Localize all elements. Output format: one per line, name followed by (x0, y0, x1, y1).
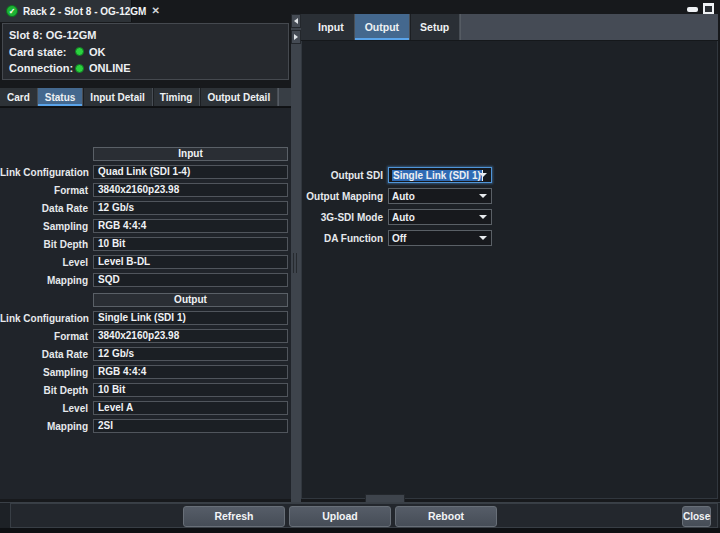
field-label: Data Rate (0, 203, 88, 214)
dropdown-value: Single Link (SDI 1) (392, 170, 483, 181)
card-tab-title: Rack 2 - Slot 8 - OG-12GM (23, 6, 146, 17)
tab-timing[interactable]: Timing (153, 88, 201, 106)
output-sdi-dropdown[interactable]: Single Link (SDI 1) (388, 167, 492, 183)
3g-sdi-mode-dropdown[interactable]: Auto (388, 209, 492, 225)
field-label: Sampling (0, 221, 88, 232)
refresh-button[interactable]: Refresh (183, 506, 285, 527)
field-value: 3840x2160p23.98 (93, 183, 288, 197)
card-state-label: Card state: (9, 46, 73, 58)
tab-card[interactable]: Card (0, 88, 38, 106)
field-value: Quad Link (SDI 1-4) (93, 165, 288, 179)
field-label: Output SDI (302, 170, 383, 181)
field-value: Single Link (SDI 1) (93, 311, 288, 325)
reboot-button[interactable]: Reboot (395, 506, 497, 527)
collapse-left-button[interactable] (291, 14, 301, 28)
card-info-panel: Slot 8: OG-12GM Card state: OK Connectio… (2, 23, 289, 80)
table-row: Format 3840x2160p23.98 (0, 329, 290, 343)
footer-bar: Refresh Upload Reboot Close (0, 502, 720, 528)
close-button[interactable]: Close (682, 506, 711, 527)
connection-online-icon (75, 64, 84, 73)
field-label: DA Function (302, 233, 383, 244)
maximize-icon[interactable] (703, 3, 714, 14)
slot-label: Slot 8: OG-12GM (9, 29, 96, 41)
field-label: Bit Depth (0, 385, 88, 396)
connection-value: ONLINE (89, 62, 131, 74)
field-label: 3G-SDI Mode (302, 212, 383, 223)
field-label: Bit Depth (0, 239, 88, 250)
dropdown-value: Auto (392, 191, 415, 202)
field-value: 2SI (93, 419, 288, 433)
field-value: 12 Gb/s (93, 347, 288, 361)
field-value: RGB 4:4:4 (93, 365, 288, 379)
field-value: Level B-DL (93, 255, 288, 269)
field-value: 12 Gb/s (93, 201, 288, 215)
field-value: 3840x2160p23.98 (93, 329, 288, 343)
tab-input[interactable]: Input (308, 14, 355, 40)
table-row: Data Rate 12 Gb/s (0, 201, 290, 215)
chevron-down-icon (479, 173, 487, 177)
table-row: Bit Depth 10 Bit (0, 237, 290, 251)
field-label: Link Configuration (0, 167, 88, 178)
status-panel: Input Link Configuration Quad Link (SDI … (0, 107, 291, 499)
dropdown-value: Auto (392, 212, 415, 223)
splitter-grip[interactable] (293, 253, 297, 273)
tabbar-filler (460, 14, 718, 40)
chevron-down-icon (479, 215, 487, 219)
card-tab[interactable]: ✓ Rack 2 - Slot 8 - OG-12GM ✕ (0, 0, 132, 22)
table-row: Sampling RGB 4:4:4 (0, 219, 290, 233)
field-label: Link Configuration (0, 313, 88, 324)
field-label: Output Mapping (302, 191, 383, 202)
field-label: Mapping (0, 275, 88, 286)
close-icon[interactable]: ✕ (151, 6, 159, 16)
output-section-header: Output (93, 293, 288, 307)
footer-grip[interactable] (365, 494, 405, 502)
table-row: Level Level B-DL (0, 255, 290, 269)
field-value: Level A (93, 401, 288, 415)
tab-output[interactable]: Output (355, 14, 410, 40)
table-row: Bit Depth 10 Bit (0, 383, 290, 397)
field-label: Format (0, 185, 88, 196)
table-row: Mapping 2SI (0, 419, 290, 433)
field-value: SQD (93, 273, 288, 287)
left-arrow-icon (294, 18, 298, 24)
upload-button[interactable]: Upload (289, 506, 391, 527)
tab-input-detail[interactable]: Input Detail (83, 88, 152, 106)
field-value: RGB 4:4:4 (93, 219, 288, 233)
tabbar-filler (278, 88, 291, 106)
table-row: Mapping SQD (0, 273, 290, 287)
left-tabbar: Card Status Input Detail Timing Output D… (0, 88, 291, 107)
output-form: Output SDI Single Link (SDI 1) Output Ma… (302, 167, 717, 251)
form-row: 3G-SDI Mode Auto (302, 209, 717, 225)
card-state-row: Card state: OK (9, 46, 282, 58)
table-row: Link Configuration Quad Link (SDI 1-4) (0, 165, 290, 179)
table-row: Level Level A (0, 401, 290, 415)
field-value: 10 Bit (93, 237, 288, 251)
field-label: Data Rate (0, 349, 88, 360)
da-function-dropdown[interactable]: Off (388, 230, 492, 246)
field-value: 10 Bit (93, 383, 288, 397)
tab-status[interactable]: Status (38, 88, 84, 106)
field-label: Level (0, 257, 88, 268)
input-section-header: Input (93, 147, 288, 161)
form-row: DA Function Off (302, 230, 717, 246)
slot-info: Slot 8: OG-12GM (9, 29, 282, 41)
form-row: Output Mapping Auto (302, 188, 717, 204)
card-ok-icon: ✓ (6, 5, 18, 17)
field-label: Mapping (0, 421, 88, 432)
window-controls (687, 3, 714, 14)
tab-output-detail[interactable]: Output Detail (200, 88, 278, 106)
connection-row: Connection: ONLINE (9, 62, 282, 74)
chevron-down-icon (479, 236, 487, 240)
table-row: Link Configuration Single Link (SDI 1) (0, 311, 290, 325)
minimize-icon[interactable] (687, 7, 698, 12)
collapse-right-button[interactable] (291, 30, 301, 44)
right-arrow-icon (294, 34, 298, 40)
output-mapping-dropdown[interactable]: Auto (388, 188, 492, 204)
tab-setup[interactable]: Setup (410, 14, 460, 40)
field-label: Format (0, 331, 88, 342)
output-settings-content: Output SDI Single Link (SDI 1) Output Ma… (301, 41, 718, 499)
settings-panel: Input Output Setup Output SDI Single Lin… (301, 14, 718, 499)
panel-splitter[interactable] (291, 14, 301, 502)
field-label: Sampling (0, 367, 88, 378)
table-row: Format 3840x2160p23.98 (0, 183, 290, 197)
